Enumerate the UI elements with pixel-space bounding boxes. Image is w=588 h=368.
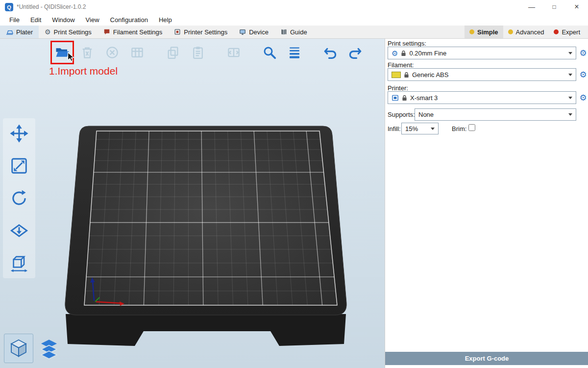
device-icon: [239, 28, 246, 35]
close-button[interactable]: ×: [565, 0, 588, 14]
annotation-import-model: 1.Import model: [49, 65, 118, 77]
undo-button[interactable]: [321, 43, 340, 62]
print-settings-value: 0.20mm Fine: [409, 50, 446, 57]
tab-printer-settings[interactable]: Printer Settings: [168, 26, 233, 38]
move-icon: [9, 124, 29, 143]
expert-mode-icon: [554, 29, 559, 34]
mode-simple[interactable]: Simple: [465, 26, 503, 38]
guide-icon: [280, 28, 287, 35]
printer-preset-icon: [392, 94, 399, 102]
undo-icon: [323, 45, 338, 60]
lock-icon: [404, 72, 409, 78]
tab-guide[interactable]: Guide: [274, 26, 313, 38]
redo-button[interactable]: [346, 43, 365, 62]
supports-label: Supports:: [388, 111, 415, 118]
settings-sidebar: Print settings: ⚙ 0.20mm Fine ⚙ Filament…: [385, 39, 588, 368]
print-settings-combo[interactable]: ⚙ 0.20mm Fine: [388, 47, 576, 59]
printer-value: X-smart 3: [410, 94, 438, 102]
mode-label: Expert: [562, 28, 580, 36]
copy-button[interactable]: [164, 43, 182, 62]
place-on-face-tool-button[interactable]: [8, 219, 30, 242]
simple-mode-icon: [469, 29, 474, 34]
minimize-button[interactable]: —: [520, 0, 543, 14]
layer-height-icon: [287, 45, 302, 60]
delete-icon: [80, 45, 95, 60]
mode-advanced[interactable]: Advanced: [503, 26, 549, 38]
filament-color-swatch: [392, 72, 401, 78]
gear-icon: ⚙: [45, 28, 51, 35]
place-on-face-icon: [9, 221, 29, 240]
chevron-down-icon: [431, 128, 435, 130]
filament-value: Generic ABS: [412, 71, 448, 79]
tab-plater[interactable]: Plater: [0, 26, 39, 38]
print-settings-gear-button[interactable]: ⚙: [578, 48, 588, 58]
printer-gear-button[interactable]: ⚙: [578, 92, 588, 103]
redo-icon: [348, 45, 363, 60]
3d-cube-icon: [7, 337, 30, 360]
mode-label: Advanced: [516, 28, 544, 36]
editor-view-button[interactable]: [4, 334, 33, 363]
printer-label: Printer:: [388, 84, 408, 92]
chevron-down-icon: [568, 113, 572, 116]
supports-value: None: [418, 111, 434, 118]
rotate-icon: [9, 188, 29, 208]
mode-label: Simple: [477, 28, 498, 36]
lock-icon: [402, 95, 407, 101]
brim-label: Brim:: [452, 125, 466, 132]
paste-button[interactable]: [189, 43, 207, 62]
app-logo-icon: Q: [5, 3, 13, 11]
menu-item-configuration[interactable]: Configuration: [105, 16, 153, 24]
variable-layer-height-button[interactable]: [285, 43, 304, 62]
brim-checkbox[interactable]: [468, 124, 475, 131]
scale-tool-button[interactable]: [8, 155, 30, 177]
scale-icon: [9, 156, 29, 176]
search-button[interactable]: [260, 43, 279, 62]
move-tool-button[interactable]: [8, 122, 30, 145]
tab-device[interactable]: Device: [233, 26, 274, 38]
copy-icon: [166, 45, 180, 60]
export-gcode-button[interactable]: Export G-code: [385, 352, 588, 365]
arrange-button[interactable]: [128, 43, 147, 62]
infill-combo[interactable]: 15%: [401, 123, 439, 134]
chevron-down-icon: [568, 74, 572, 76]
tab-print-settings[interactable]: ⚙ Print Settings: [39, 26, 98, 38]
rotate-tool-button[interactable]: [8, 187, 30, 210]
tab-label: Device: [249, 28, 269, 36]
mode-switcher: Simple Advanced Expert: [465, 26, 588, 38]
plater-icon: [6, 28, 13, 36]
gizmo-toolbar: [3, 118, 35, 278]
preset-gear-icon: ⚙: [392, 50, 398, 57]
chevron-down-icon: [568, 52, 572, 54]
menu-item-view[interactable]: View: [80, 16, 105, 24]
mouse-cursor-icon: [66, 52, 76, 62]
tab-filament-settings[interactable]: Filament Settings: [98, 26, 168, 38]
delete-button[interactable]: [78, 43, 97, 62]
3d-viewport[interactable]: 1.Import model: [0, 39, 385, 368]
split-button[interactable]: [224, 43, 243, 62]
delete-all-button[interactable]: [103, 43, 122, 62]
tab-label: Print Settings: [54, 28, 92, 36]
print-bed: [58, 115, 352, 350]
menu-item-window[interactable]: Window: [47, 16, 80, 24]
chevron-down-icon: [568, 97, 572, 99]
printer-combo[interactable]: X-smart 3: [388, 91, 576, 104]
advanced-mode-icon: [508, 29, 513, 34]
tab-label: Plater: [16, 28, 33, 36]
preview-view-button[interactable]: [37, 338, 61, 362]
measure-tool-button[interactable]: [8, 252, 30, 274]
filament-gear-button[interactable]: ⚙: [578, 69, 588, 80]
supports-combo[interactable]: None: [415, 108, 576, 121]
maximize-button[interactable]: □: [543, 0, 565, 14]
filament-combo[interactable]: Generic ABS: [388, 68, 576, 81]
layers-stack-icon: [38, 339, 60, 361]
tabbar: Plater ⚙ Print Settings Filament Setting…: [0, 26, 588, 39]
paste-icon: [191, 45, 205, 60]
menu-item-help[interactable]: Help: [153, 16, 177, 24]
plater-toolbar: [53, 43, 371, 62]
search-icon: [262, 45, 277, 60]
mode-expert[interactable]: Expert: [549, 26, 585, 38]
menu-item-file[interactable]: File: [4, 16, 25, 24]
menu-item-edit[interactable]: Edit: [25, 16, 47, 24]
delete-all-icon: [105, 45, 120, 60]
tab-label: Filament Settings: [113, 28, 162, 36]
